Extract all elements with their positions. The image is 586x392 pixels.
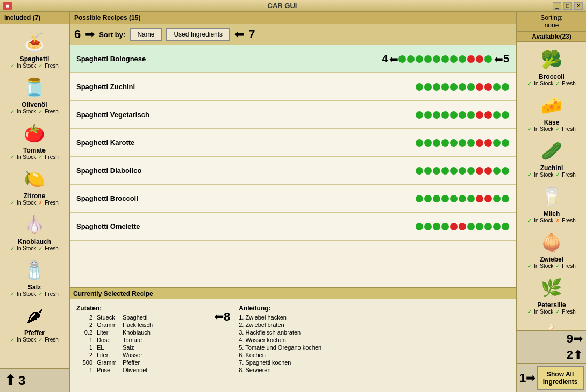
- right-ingredient-item[interactable]: 🧅 Zwiebel ✓In Stock ✓Fresh: [519, 227, 584, 271]
- available-header: Available(23): [517, 32, 586, 42]
- recipe-row[interactable]: Spaghetti Bolognese 4⬅ ⬅5: [70, 45, 516, 73]
- available-ingredient-status: ✓In Stock ✗Fresh: [527, 217, 576, 223]
- included-items-list: 🍝 Spaghetti ✓In Stock ✓Fresh 🫙 Olivenöl …: [0, 24, 69, 368]
- annotation-9: 9 ➡: [517, 330, 586, 347]
- recipe-name: Spaghetti Bolognese: [76, 55, 378, 63]
- ingredient-row: 1 EL Salz: [76, 344, 205, 351]
- ingredients-list: 2 Stueck Spaghetti 2 Gramm Hackfleisch 0…: [76, 314, 205, 373]
- annotation-8-number: 8: [224, 310, 230, 324]
- available-ingredient-status: ✓In Stock ✓Fresh: [527, 263, 576, 269]
- recipes-header: Possible Recipes (15): [70, 12, 516, 24]
- close-button[interactable]: ✕: [574, 2, 583, 10]
- ingredient-unit: Stueck: [97, 314, 118, 321]
- ingredient-dot: [502, 83, 509, 91]
- right-ingredient-item[interactable]: 🍦 Sahne ✓In Stock ✗Fresh: [519, 318, 584, 330]
- ingredient-qty: 2: [76, 352, 92, 358]
- recipe-row[interactable]: Spaghetti Broccoli: [70, 185, 516, 213]
- ingredient-dot: [450, 55, 458, 63]
- ingredient-dot: [424, 195, 432, 202]
- ingredient-dot: [416, 55, 423, 63]
- ingredient-dot: [398, 55, 406, 63]
- instruction-row: 1. Zwiebel hacken: [239, 314, 509, 321]
- ingredient-name: Knoblauch: [18, 238, 51, 245]
- annotation-9-arrow: ➡: [573, 332, 583, 346]
- ingredient-row: 0.2 Liter Knoblauch: [76, 329, 205, 336]
- left-ingredient-item[interactable]: 🧄 Knoblauch ✓In Stock ✓Fresh: [2, 209, 67, 253]
- ingredient-dot: [467, 139, 475, 147]
- recipe-row[interactable]: Spaghetti Zuchini: [70, 73, 516, 101]
- ingredient-dot: [433, 223, 440, 230]
- ingredient-status: ✓In Stock ✓Fresh: [10, 337, 59, 343]
- fresh-check: ✓: [38, 245, 42, 251]
- sort-by-used-button[interactable]: Used Ingredients: [166, 28, 230, 41]
- ingredient-dot: [467, 223, 475, 230]
- ingredient-qty: 1: [76, 344, 92, 351]
- ingredient-dot: [476, 195, 483, 202]
- available-ingredient-status: ✓In Stock ✓Fresh: [527, 309, 576, 315]
- instruction-row: 8. Servieren: [239, 367, 509, 373]
- ingredient-dot: [450, 195, 458, 202]
- left-ingredient-item[interactable]: 🍅 Tomate ✓In Stock ✓Fresh: [2, 118, 67, 162]
- ingredient-dot: [450, 111, 458, 119]
- left-ingredient-item[interactable]: 🍝 Spaghetti ✓In Stock ✓Fresh: [2, 26, 67, 71]
- ingredient-status: ✓In Stock ✗Fresh: [10, 200, 59, 206]
- ingredient-unit: Dose: [97, 337, 118, 343]
- right-ingredient-item[interactable]: 🧀 Käse ✓In Stock ✓Fresh: [519, 90, 584, 134]
- ingredient-row: 1 Dose Tomate: [76, 337, 205, 343]
- recipe-row[interactable]: Spaghetti Omelette: [70, 213, 516, 241]
- annotation-2-number: 2: [567, 348, 573, 362]
- ingredient-dot: [441, 223, 449, 230]
- recipe-row[interactable]: Spaghetti Vegetarisch: [70, 101, 516, 129]
- ingredient-dot: [476, 223, 483, 230]
- right-ingredient-item[interactable]: 🥦 Broccoli ✓In Stock ✓Fresh: [519, 44, 584, 89]
- maximize-button[interactable]: □: [563, 2, 572, 10]
- ingredient-icon: 🍝: [21, 28, 48, 55]
- available-ingredient-icon: 🍦: [538, 320, 565, 330]
- annotation-5-number: 5: [503, 53, 509, 65]
- recipe-row[interactable]: Spaghetti Diabolico: [70, 157, 516, 185]
- ingredient-dot: [433, 111, 440, 119]
- ingredient-dot: [424, 83, 432, 91]
- ingredients-column: Zutaten: 2 Stueck Spaghetti 2 Gramm Hack…: [76, 304, 205, 374]
- ingredient-unit: Liter: [97, 329, 118, 336]
- ingredient-dot: [433, 55, 440, 63]
- minimize-button[interactable]: _: [553, 2, 561, 10]
- annotation-2-arrow: ⬆: [573, 348, 583, 362]
- ingredient-dot: [459, 55, 466, 63]
- ingredient-dot: [407, 55, 415, 63]
- available-ingredient-name: Zwiebel: [540, 256, 563, 263]
- left-ingredient-item[interactable]: 🫙 Olivenöl ✓In Stock ✓Fresh: [2, 72, 67, 117]
- ingredient-unit: Liter: [97, 352, 118, 358]
- ingredient-status: ✓In Stock ✓Fresh: [10, 63, 59, 69]
- ingredient-row: 500 Gramm Pfeffer: [76, 359, 205, 366]
- fresh-check: ✓: [555, 126, 560, 132]
- available-ingredient-icon: 🧅: [538, 229, 565, 256]
- recipes-list[interactable]: Spaghetti Bolognese 4⬅ ⬅5 Spaghetti Zuch…: [70, 45, 516, 287]
- recipe-row[interactable]: Spaghetti Karotte: [70, 129, 516, 157]
- left-ingredient-item[interactable]: 🌶 Pfeffer ✓In Stock ✓Fresh: [2, 300, 67, 345]
- ingredient-dot: [424, 139, 432, 147]
- main-container: Included (7) 🍝 Spaghetti ✓In Stock ✓Fres…: [0, 12, 586, 392]
- sort-by-name-button[interactable]: Name: [130, 28, 162, 41]
- ingredient-dot: [416, 167, 423, 175]
- fresh-check: ✓: [555, 81, 560, 86]
- ingredient-status: ✓In Stock ✓Fresh: [10, 154, 59, 160]
- right-ingredient-item[interactable]: 🌿 Petersilie ✓In Stock ✓Fresh: [519, 272, 584, 317]
- ingredient-dot: [441, 195, 449, 202]
- annotation-6-arrow: ➡: [85, 27, 95, 41]
- app-icon: ■: [3, 2, 12, 10]
- recipe-dots: [416, 167, 509, 175]
- left-ingredient-item[interactable]: 🧂 Salz ✓In Stock ✓Fresh: [2, 255, 67, 299]
- ingredient-status: ✓In Stock ✓Fresh: [10, 291, 59, 297]
- fresh-check: ✓: [38, 291, 42, 297]
- left-ingredient-item[interactable]: 🍋 Zitrone ✓In Stock ✗Fresh: [2, 163, 67, 208]
- show-all-ingredients-button[interactable]: Show AllIngredients: [537, 366, 584, 390]
- available-ingredient-status: ✓In Stock ✓Fresh: [527, 81, 576, 86]
- ingredient-dot: [433, 195, 440, 202]
- right-ingredient-item[interactable]: 🥒 Zuchini ✓In Stock ✓Fresh: [519, 135, 584, 180]
- recipe-details-content: Zutaten: 2 Stueck Spaghetti 2 Gramm Hack…: [74, 302, 511, 376]
- right-ingredient-item[interactable]: 🥛 Milch ✓In Stock ✗Fresh: [519, 181, 584, 226]
- instruction-row: 6. Kochen: [239, 352, 509, 358]
- ingredient-icon: 🌶: [21, 302, 48, 329]
- ingredient-dot: [502, 195, 509, 202]
